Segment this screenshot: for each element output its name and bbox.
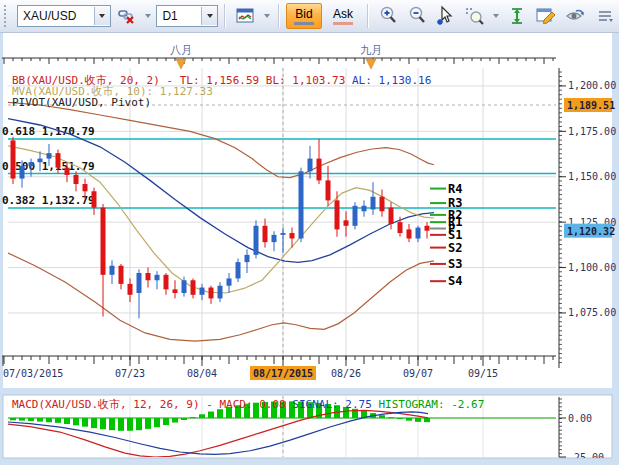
- bid-label: Bid: [295, 7, 312, 21]
- candle-body: [119, 266, 124, 284]
- date-tick-label: 07/23: [115, 368, 145, 379]
- chart-type-dropdown-arrow[interactable]: [261, 4, 272, 28]
- candle-body: [326, 180, 331, 200]
- pointer-tool-button[interactable]: [433, 3, 459, 29]
- candle-body: [317, 159, 322, 181]
- candle-body: [425, 226, 430, 231]
- vertical-fit-button[interactable]: [505, 3, 531, 29]
- candle-body: [380, 197, 385, 212]
- candle-body: [101, 208, 106, 275]
- bid-button[interactable]: Bid: [286, 3, 322, 29]
- toolbar-separator: [224, 4, 226, 28]
- candle-body: [389, 208, 394, 224]
- candle-body: [164, 275, 169, 290]
- pivot-label: S2: [448, 241, 462, 255]
- price-tick-label: 1,200.00: [568, 80, 616, 91]
- price-tick-label: 1,150.00: [568, 171, 616, 182]
- macd-histogram-bar: [46, 418, 52, 422]
- macd-header: MACD(XAU/USD.收市, 12, 26, 9) - MACD: 0.08…: [12, 398, 484, 411]
- candle-body: [353, 206, 358, 226]
- macd-histogram-bar: [190, 417, 196, 418]
- zoom-box-icon: [464, 5, 486, 27]
- symbol-dropdown-arrow[interactable]: [94, 7, 110, 25]
- candle-body: [56, 153, 61, 168]
- macd-histogram-bar: [181, 418, 187, 420]
- candle-body: [20, 166, 25, 179]
- macd-histogram-bar: [424, 418, 430, 422]
- timeframe-value: D1: [157, 9, 201, 23]
- toolbar-menu-button[interactable]: [594, 3, 616, 29]
- candle-body: [137, 273, 142, 293]
- macd-histogram-bar: [154, 418, 160, 427]
- candle-body: [110, 266, 115, 275]
- macd-histogram-bar: [163, 418, 169, 425]
- price-tick-label: 1,100.00: [568, 262, 616, 273]
- candle-body: [38, 159, 43, 163]
- candle-body: [290, 233, 295, 238]
- candle-body: [209, 288, 214, 299]
- candle-body: [254, 226, 259, 255]
- month-label: 九月: [360, 44, 382, 57]
- candle-body: [299, 171, 304, 238]
- zoom-in-button[interactable]: [375, 3, 401, 29]
- candle-body: [416, 228, 421, 239]
- unlink-dropdown-arrow[interactable]: [142, 4, 153, 28]
- macd-histogram-bar: [136, 418, 142, 430]
- price-badge-label: 1,189.51: [567, 100, 615, 111]
- macd-histogram-bar: [397, 418, 403, 419]
- candle-body: [92, 191, 97, 207]
- candle-body: [173, 289, 178, 293]
- menu-icon: [596, 7, 614, 25]
- candle-body: [182, 280, 187, 293]
- macd-histogram-bar: [100, 418, 106, 429]
- candle-body: [29, 162, 34, 166]
- zoom-out-button[interactable]: [404, 3, 430, 29]
- chart-type-button[interactable]: [232, 3, 258, 29]
- macd-label: MACD(XAU/USD.收市, 12, 26, 9) - MACD: 0.08…: [12, 398, 484, 411]
- annotation-button[interactable]: [533, 3, 559, 29]
- candle-body: [11, 140, 16, 178]
- macd-histogram-bar: [145, 418, 151, 429]
- date-tick-label: 09/15: [468, 368, 498, 379]
- timeframe-combobox[interactable]: D1: [156, 5, 218, 27]
- toolbar-grip[interactable]: [4, 5, 11, 27]
- toolbar-separator: [367, 4, 369, 28]
- eye-arrow-icon: [564, 5, 586, 27]
- candle-body: [245, 255, 250, 262]
- candle-body: [128, 284, 133, 295]
- trading-chart-window: XAU/USD D1 Bid: [0, 0, 619, 465]
- pivot-label: S4: [448, 274, 462, 288]
- symbol-combobox[interactable]: XAU/USD: [17, 5, 111, 27]
- price-chart-canvas[interactable]: 八月九月0.618 1,170.790.500 1,151.790.382 1,…: [0, 33, 619, 465]
- macd-histogram-bar: [73, 418, 79, 425]
- timeframe-dropdown-arrow[interactable]: [201, 7, 217, 25]
- zoom-box-dropdown-arrow[interactable]: [491, 4, 502, 28]
- macd-histogram-bar: [55, 418, 61, 423]
- candle-body: [398, 222, 403, 233]
- macd-histogram-bar: [406, 418, 412, 421]
- macd-histogram-bar: [208, 412, 214, 418]
- price-tick-label: 1,075.00: [568, 307, 616, 318]
- vertical-fit-icon: [506, 5, 528, 27]
- ask-button[interactable]: Ask: [325, 3, 361, 29]
- candle-body: [272, 235, 277, 242]
- macd-histogram-bar: [82, 418, 88, 427]
- price-tick-label: 1,175.00: [568, 126, 616, 137]
- candle-body: [218, 286, 223, 299]
- macd-histogram-bar: [28, 418, 34, 421]
- candle-body: [407, 229, 412, 238]
- unlink-symbol-button[interactable]: [114, 3, 140, 29]
- candle-body: [227, 278, 232, 285]
- price-badge-label: 1,120.32: [567, 226, 615, 237]
- macd-histogram-bar: [379, 415, 385, 418]
- zoom-box-button[interactable]: [462, 3, 488, 29]
- candle-body: [371, 197, 376, 210]
- macd-histogram-bar: [109, 418, 115, 430]
- chart-toolbar: XAU/USD D1 Bid: [0, 0, 619, 33]
- candle-body: [191, 280, 196, 295]
- candle-body: [65, 168, 70, 175]
- fib-label: 0.382 1,132.79: [2, 194, 95, 207]
- visibility-button[interactable]: [562, 3, 588, 29]
- macd-histogram-bar: [199, 414, 205, 418]
- note-pencil-icon: [535, 5, 557, 27]
